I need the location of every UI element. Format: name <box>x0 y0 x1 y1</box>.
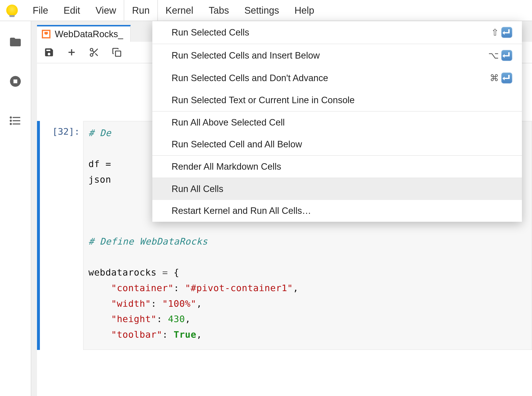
shortcut: ⇧ <box>491 27 512 38</box>
menu-help[interactable]: Help <box>287 0 322 21</box>
menu-item-restart-kernel-and-run-all-cells[interactable]: Restart Kernel and Run All Cells… <box>152 200 522 222</box>
code-key: "height" <box>111 314 157 324</box>
folder-icon[interactable] <box>9 36 22 48</box>
svg-point-5 <box>10 117 12 118</box>
svg-rect-1 <box>13 79 17 83</box>
menu-item-run-selected-text-or-current-line-in-console[interactable]: Run Selected Text or Current Line in Con… <box>152 89 522 111</box>
menu-item-label: Render All Markdown Cells <box>172 162 281 172</box>
svg-rect-15 <box>116 51 121 56</box>
shortcut: ⌘ <box>490 72 512 84</box>
menu-item-label: Run All Cells <box>172 184 223 194</box>
menu-run[interactable]: Run <box>124 0 158 21</box>
menu-item-run-selected-cells[interactable]: Run Selected Cells⇧ <box>152 21 522 44</box>
copy-icon[interactable] <box>111 47 122 58</box>
menu-item-run-all-cells[interactable]: Run All Cells <box>152 178 522 200</box>
enter-key-icon <box>501 27 512 38</box>
code-brace: { <box>174 267 179 278</box>
notebook-tab[interactable]: WebDataRocks_ <box>37 25 131 42</box>
svg-point-6 <box>10 120 12 121</box>
save-icon[interactable] <box>44 47 54 58</box>
menu-item-label: Run Selected Cell and All Below <box>172 139 302 150</box>
menu-view[interactable]: View <box>88 0 124 21</box>
code-comment: # De <box>88 128 111 138</box>
code-val: "#pivot-container1" <box>185 283 293 293</box>
svg-point-7 <box>10 123 12 125</box>
list-icon[interactable] <box>9 114 22 127</box>
cut-icon[interactable] <box>89 47 99 58</box>
menu-item-run-all-above-selected-cell[interactable]: Run All Above Selected Cell <box>152 112 522 133</box>
jupyter-logo-icon <box>6 5 18 16</box>
left-sidebar <box>0 21 31 396</box>
menu-file[interactable]: File <box>25 0 56 21</box>
menu-edit[interactable]: Edit <box>56 0 88 21</box>
menu-tabs[interactable]: Tabs <box>201 0 237 21</box>
enter-key-icon <box>501 72 512 84</box>
code-val: 430 <box>168 314 185 324</box>
menu-item-run-selected-cells-and-don-t-advance[interactable]: Run Selected Cells and Don't Advance⌘ <box>152 67 522 89</box>
enter-key-icon <box>501 50 512 61</box>
code-line: df = <box>88 159 111 169</box>
code-key: "toolbar" <box>111 329 162 340</box>
notebook-tab-title: WebDataRocks_ <box>55 29 123 39</box>
code-line: json <box>88 174 111 185</box>
code-comment: # Define WebDataRocks <box>88 236 208 247</box>
svg-line-13 <box>95 54 98 56</box>
menu-item-label: Run Selected Text or Current Line in Con… <box>172 95 355 105</box>
stop-circle-icon[interactable] <box>9 75 22 88</box>
code-key: "width" <box>111 298 151 309</box>
menubar: File Edit View Run Kernel Tabs Settings … <box>0 0 532 21</box>
shortcut: ⌥ <box>488 50 512 61</box>
menu-kernel[interactable]: Kernel <box>158 0 201 21</box>
cell-prompt: [32]: <box>40 121 83 350</box>
cell-gutter <box>37 121 40 350</box>
code-val: True <box>174 329 197 340</box>
menu-item-run-selected-cell-and-all-below[interactable]: Run Selected Cell and All Below <box>152 133 522 155</box>
code-val: "100%" <box>162 298 196 309</box>
menu-settings[interactable]: Settings <box>237 0 287 21</box>
menu-item-label: Run Selected Cells <box>172 27 249 38</box>
code-ident: webdatarocks <box>88 267 157 278</box>
menu-item-label: Run Selected Cells and Insert Below <box>172 50 320 61</box>
notebook-icon <box>42 30 50 38</box>
add-icon[interactable] <box>66 47 77 58</box>
svg-line-14 <box>93 51 94 52</box>
run-menu-dropdown: Run Selected Cells⇧Run Selected Cells an… <box>152 21 522 222</box>
menu-item-label: Run Selected Cells and Don't Advance <box>172 73 328 83</box>
code-key: "container" <box>111 283 174 293</box>
menu-item-label: Run All Above Selected Cell <box>172 117 285 128</box>
menu-item-run-selected-cells-and-insert-below[interactable]: Run Selected Cells and Insert Below⌥ <box>152 44 522 67</box>
menu-item-render-all-markdown-cells[interactable]: Render All Markdown Cells <box>152 156 522 178</box>
menu-item-label: Restart Kernel and Run All Cells… <box>172 206 311 216</box>
